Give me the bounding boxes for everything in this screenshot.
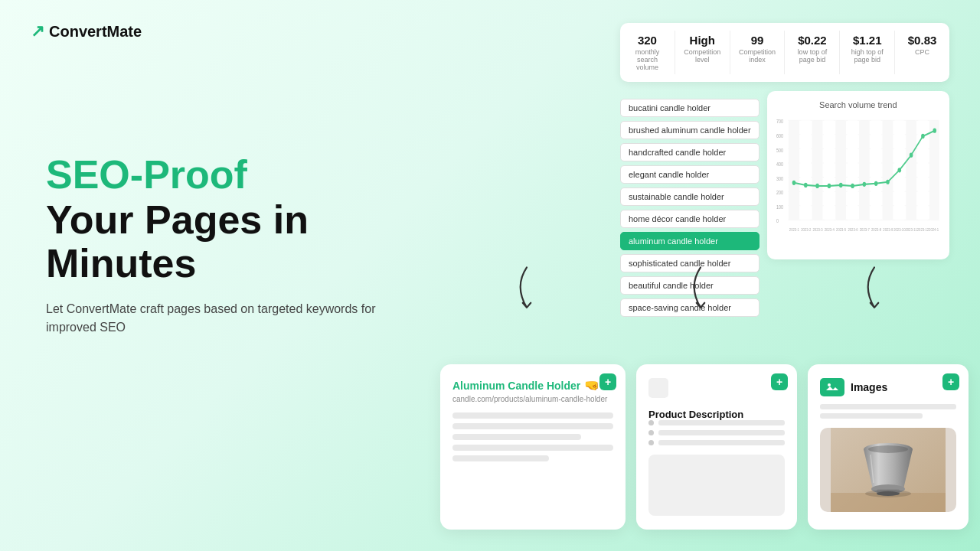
card2-bullet2	[648, 430, 785, 435]
svg-rect-28	[929, 120, 939, 220]
hand-icon: 🤜	[584, 378, 599, 393]
svg-text:600: 600	[776, 132, 783, 139]
keyword-item-5[interactable]: home décor candle holder	[620, 210, 760, 228]
card2-image-placeholder	[648, 455, 785, 516]
card2-bullet3	[648, 440, 785, 445]
svg-text:2023-8: 2023-8	[871, 227, 881, 232]
svg-text:2023-9: 2023-9	[883, 227, 893, 232]
svg-text:2023-6: 2023-6	[848, 227, 858, 232]
svg-rect-19	[824, 120, 835, 220]
card2-plus-button[interactable]: +	[771, 373, 788, 390]
svg-point-30	[804, 183, 808, 187]
keyword-item-2[interactable]: handcrafted candle holder	[620, 143, 760, 161]
svg-point-31	[815, 184, 819, 188]
card1-line5	[452, 455, 549, 461]
bottom-cards: + Aluminum Candle Holder 🤜 candle.com/pr…	[440, 364, 969, 530]
chart-svg: 700 600 500 400 300 200 100 0	[776, 114, 940, 236]
svg-point-34	[851, 184, 854, 188]
svg-rect-23	[871, 120, 881, 220]
svg-text:2023-11: 2023-11	[905, 227, 917, 232]
svg-point-41	[933, 129, 936, 133]
card1-url: candle.com/products/aluminum-candle-hold…	[452, 395, 613, 403]
card3-title: Images	[851, 381, 887, 393]
card2-line1	[658, 420, 785, 425]
image-icon	[820, 378, 844, 396]
card2-line2	[658, 430, 785, 435]
stat-item-3: $0.22low top of page bid	[785, 31, 840, 74]
svg-text:2023-12: 2023-12	[916, 227, 929, 232]
svg-text:500: 500	[776, 147, 783, 153]
arrow-1-icon	[504, 264, 550, 318]
svg-rect-22	[859, 120, 870, 220]
card2-icon	[648, 378, 668, 398]
card3-line2	[820, 413, 923, 419]
chart-area: Search volume trend 700 600 500 400 300 …	[767, 91, 949, 259]
svg-text:2023-4: 2023-4	[824, 227, 834, 232]
card1-line1	[452, 412, 613, 419]
svg-rect-18	[812, 120, 822, 220]
svg-text:100: 100	[776, 204, 783, 210]
right-panel: 320monthly search volumeHighCompetition …	[620, 23, 949, 259]
keyword-item-3[interactable]: elegant candle holder	[620, 165, 760, 184]
card1-line2	[452, 423, 613, 429]
card2-line3	[658, 440, 785, 445]
svg-text:2024-1: 2024-1	[929, 227, 939, 232]
stats-bar: 320monthly search volumeHighCompetition …	[620, 23, 949, 82]
card1-line3	[452, 434, 581, 440]
card2-dot2	[648, 430, 654, 435]
logo-icon: ↗	[31, 21, 44, 41]
card3-plus-button[interactable]: +	[942, 373, 959, 390]
hero-title-black: Your Pages in Minutes	[46, 198, 398, 285]
keyword-item-0[interactable]: bucatini candle holder	[620, 99, 760, 117]
svg-rect-26	[906, 120, 916, 220]
keyword-item-7[interactable]: sophisticated candle holder	[620, 254, 760, 272]
keyword-item-8[interactable]: beautiful candle holder	[620, 276, 760, 295]
keyword-list: bucatini candle holderbrushed aluminum c…	[620, 91, 760, 259]
svg-point-29	[792, 181, 795, 185]
svg-text:2023-7: 2023-7	[859, 227, 869, 232]
keyword-chart-area: bucatini candle holderbrushed aluminum c…	[620, 91, 949, 259]
card2-dot3	[648, 440, 654, 445]
chart-title: Search volume trend	[776, 100, 940, 109]
svg-point-32	[827, 184, 831, 188]
card3-product-image	[820, 428, 956, 512]
url-card: + Aluminum Candle Holder 🤜 candle.com/pr…	[440, 364, 626, 530]
svg-text:0: 0	[776, 218, 779, 224]
logo: ↗ ConvertMate	[31, 21, 142, 41]
card1-lines	[452, 412, 613, 461]
card2-title: Product Description	[648, 409, 785, 420]
svg-point-38	[897, 168, 901, 172]
svg-text:200: 200	[776, 189, 783, 195]
svg-point-33	[839, 183, 843, 187]
svg-text:400: 400	[776, 161, 783, 167]
images-card: + Images	[808, 364, 969, 530]
card1-line4	[452, 445, 613, 451]
hero-section: SEO-Proof Your Pages in Minutes Let Conv…	[46, 153, 398, 337]
svg-point-64	[865, 490, 911, 497]
svg-rect-55	[825, 381, 840, 393]
svg-text:700: 700	[776, 119, 783, 125]
keyword-item-9[interactable]: space-saving candle holder	[620, 298, 760, 317]
stat-item-5: $0.83CPC	[895, 31, 949, 74]
card1-title: Aluminum Candle Holder 🤜	[452, 378, 613, 393]
keyword-item-4[interactable]: sustainable candle holder	[620, 187, 760, 206]
svg-rect-21	[847, 120, 858, 220]
arrow-3-icon	[851, 264, 897, 318]
svg-text:300: 300	[776, 175, 783, 181]
product-description-card: + Product Description	[636, 364, 797, 530]
keyword-item-1[interactable]: brushed aluminum candle holder	[620, 121, 760, 139]
svg-text:2023-3: 2023-3	[812, 227, 822, 232]
stat-item-2: 99Competition index	[730, 31, 786, 74]
svg-rect-17	[800, 120, 811, 220]
svg-text:2023-1: 2023-1	[789, 227, 799, 232]
stat-item-1: HighCompetition level	[675, 31, 730, 74]
card3-header: Images	[820, 378, 956, 396]
svg-point-37	[886, 180, 890, 184]
card3-lines	[820, 404, 956, 419]
svg-point-35	[862, 182, 866, 187]
card1-plus-button[interactable]: +	[599, 373, 616, 390]
keyword-item-6[interactable]: aluminum candle holder	[620, 232, 760, 250]
stat-item-0: 320monthly search volume	[620, 31, 675, 74]
svg-rect-24	[882, 120, 893, 220]
svg-point-61	[868, 445, 908, 453]
